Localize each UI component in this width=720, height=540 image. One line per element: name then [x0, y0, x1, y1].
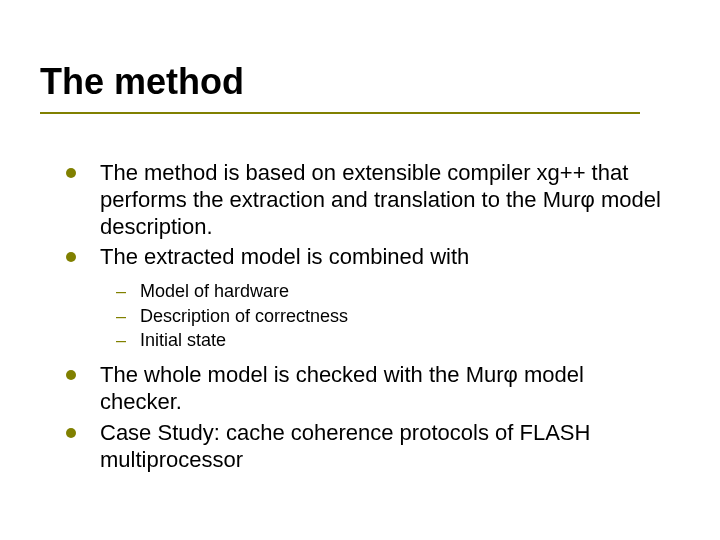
slide: The method The method is based on extens… [0, 0, 720, 540]
list-item: The extracted model is combined with [60, 244, 670, 271]
slide-body: The method is based on extensible compil… [60, 160, 670, 478]
list-item: Model of hardware [116, 279, 670, 303]
bullet-list: The whole model is checked with the Murφ… [60, 362, 670, 473]
title-underline [40, 112, 640, 114]
list-item: Initial state [116, 328, 670, 352]
title-block: The method [40, 62, 640, 114]
list-item: The whole model is checked with the Murφ… [60, 362, 670, 416]
slide-title: The method [40, 62, 640, 102]
list-item: Case Study: cache coherence protocols of… [60, 420, 670, 474]
list-item: The method is based on extensible compil… [60, 160, 670, 240]
list-item: Description of correctness [116, 304, 670, 328]
sub-bullet-list: Model of hardware Description of correct… [60, 279, 670, 352]
bullet-list: The method is based on extensible compil… [60, 160, 670, 271]
